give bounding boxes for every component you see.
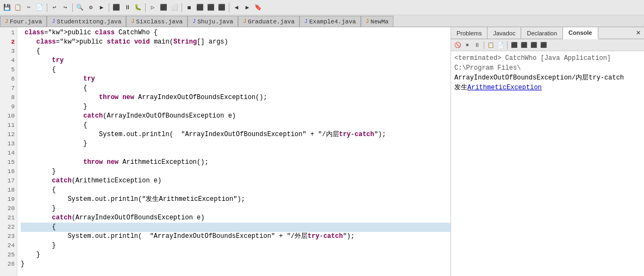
tab-icon-6: J [366, 19, 369, 24]
code-line-10: catch(ArrayIndexOutOfBoundsException e) [21, 112, 451, 121]
toolbar-icon-1[interactable]: 📋 [13, 3, 23, 13]
file-tab-6[interactable]: JNewMa [361, 16, 393, 27]
toolbar-separator [229, 3, 229, 12]
code-line-5: { [21, 65, 451, 75]
console-tool-btn-5[interactable]: ⬛ [510, 41, 518, 50]
main-toolbar: 💾📋✂📄↩↪🔍⚙▶⬛⏸🐛▷⬛⬜◼⬛⬛⬛◀▶🔖 [0, 0, 644, 15]
code-line-18: { [21, 186, 451, 195]
code-line-17: catch(ArithmeticException e) [21, 176, 451, 186]
toolbar-icon-17[interactable]: ⬛ [206, 3, 216, 13]
console-tool-sep [484, 41, 484, 49]
toolbar-separator [72, 3, 73, 12]
toolbar-separator [182, 3, 182, 12]
code-content[interactable]: class="kw">public class CatchWho { class… [17, 27, 451, 276]
console-tool-btn-4[interactable]: 📄 [496, 41, 505, 50]
tab-label-1: Studentxitong.java [57, 19, 121, 25]
code-line-2: class="kw">public static void main(Strin… [21, 38, 451, 47]
console-tool-btn-6[interactable]: ⬛ [520, 41, 528, 50]
console-line-0: <terminated> CatchWho [Java Application]… [454, 53, 641, 73]
toolbar-icon-7[interactable]: ⚙ [86, 3, 96, 13]
toolbar-separator [109, 3, 109, 12]
console-tool-btn-0[interactable]: 🚫 [453, 41, 462, 50]
code-line-12: System.out.println( "ArrayIndexOutOfBoun… [21, 130, 451, 139]
main-content: 1234567891011121314151617181920212223242… [0, 27, 644, 276]
code-line-11: { [21, 121, 451, 130]
console-output: <terminated> CatchWho [Java Application]… [451, 51, 644, 276]
panel-tabs: ProblemsJavadocDeclarationConsole✕ [451, 27, 644, 39]
line-number-14: 14 [0, 149, 15, 158]
tab-icon-2: J [131, 19, 134, 24]
toolbar-icon-3[interactable]: 📄 [35, 3, 45, 13]
console-tool-btn-3[interactable]: 📋 [486, 41, 495, 50]
code-line-15: throw new ArithmeticException(); [21, 158, 451, 167]
line-number-25: 25 [0, 250, 15, 260]
file-tab-0[interactable]: JFour.java [0, 16, 47, 27]
panel-close-button[interactable]: ✕ [633, 28, 644, 38]
line-number-6: 6 [0, 75, 15, 84]
toolbar-icon-0[interactable]: 💾 [2, 3, 12, 13]
toolbar-icon-9[interactable]: ⬛ [111, 3, 121, 13]
tab-icon-5: J [304, 19, 308, 24]
panel-tab-problems[interactable]: Problems [451, 27, 487, 39]
console-tool-btn-1[interactable]: ✖ [463, 41, 472, 50]
code-line-8: throw new ArrayIndexOutOfBoundsException… [21, 93, 451, 102]
console-toolbar: 🚫✖⏸📋📄⬛⬛⬛⬛ [451, 39, 644, 51]
toolbar-icon-16[interactable]: ⬛ [195, 3, 205, 13]
line-number-20: 20 [0, 204, 15, 213]
code-editor: 1234567891011121314151617181920212223242… [0, 27, 451, 276]
line-number-2: 2 [0, 38, 15, 47]
line-number-22: 22 [0, 223, 15, 232]
file-tab-1[interactable]: JStudentxitong.java [47, 16, 126, 27]
line-number-12: 12 [0, 130, 15, 139]
toolbar-icon-21[interactable]: 🔖 [253, 3, 263, 13]
toolbar-icon-14[interactable]: ⬜ [170, 3, 179, 13]
tab-label-2: Sixclass.java [136, 19, 183, 25]
toolbar-icon-13[interactable]: ⬛ [159, 3, 168, 13]
code-line-23: System.out.println( "ArrayIndexOutOfBoun… [21, 232, 451, 241]
toolbar-icon-10[interactable]: ⏸ [122, 3, 132, 13]
code-line-6: try [21, 75, 451, 84]
tab-icon-3: J [192, 19, 196, 24]
code-line-7: { [21, 84, 451, 93]
file-tab-5[interactable]: JExample4.java [299, 16, 361, 27]
arithmetic-exception-link[interactable]: ArithmeticException [467, 84, 542, 91]
line-number-15: 15 [0, 158, 15, 167]
code-line-19: System.out.println("发生ArithmeticExceptio… [21, 195, 451, 204]
toolbar-icon-18[interactable]: ⬛ [217, 3, 227, 13]
file-tab-3[interactable]: JShuju.java [187, 16, 238, 27]
tab-label-4: Graduate.java [248, 19, 295, 25]
toolbar-separator [47, 3, 47, 12]
tab-label-5: Example4.java [309, 19, 356, 25]
code-line-9: } [21, 102, 451, 112]
line-number-24: 24 [0, 241, 15, 250]
toolbar-icon-5[interactable]: ↪ [60, 3, 70, 13]
line-number-1: 1 [0, 28, 15, 38]
panel-tab-javadoc[interactable]: Javadoc [487, 27, 521, 39]
file-tab-2[interactable]: JSixclass.java [126, 16, 187, 27]
toolbar-icon-19[interactable]: ◀ [232, 3, 241, 13]
code-line-25: } [21, 250, 451, 260]
toolbar-icon-4[interactable]: ↩ [49, 3, 59, 13]
tab-icon-0: J [5, 19, 8, 24]
console-line-2: 发生ArithmeticException [454, 83, 641, 93]
toolbar-icon-20[interactable]: ▶ [242, 3, 252, 13]
console-tool-btn-7[interactable]: ⬛ [529, 41, 538, 50]
panel-tab-declaration[interactable]: Declaration [521, 27, 563, 39]
file-tab-4[interactable]: JGraduate.java [238, 16, 299, 27]
toolbar-icon-8[interactable]: ▶ [97, 3, 107, 13]
toolbar-icon-15[interactable]: ◼ [184, 3, 194, 13]
code-line-4: try [21, 56, 451, 65]
toolbar-icon-6[interactable]: 🔍 [75, 3, 85, 13]
console-tool-btn-8[interactable]: ⬛ [539, 41, 548, 50]
toolbar-separator [145, 3, 146, 12]
console-tool-btn-2[interactable]: ⏸ [473, 41, 482, 50]
code-line-14 [21, 149, 451, 158]
line-number-21: 21 [0, 213, 15, 223]
toolbar-icon-2[interactable]: ✂ [24, 3, 34, 13]
toolbar-icon-11[interactable]: 🐛 [133, 3, 143, 13]
panel-tab-console[interactable]: Console [563, 27, 598, 39]
line-number-5: 5 [0, 65, 15, 75]
line-number-23: 23 [0, 232, 15, 241]
code-line-13: } [21, 139, 451, 149]
toolbar-icon-12[interactable]: ▷ [148, 3, 158, 13]
